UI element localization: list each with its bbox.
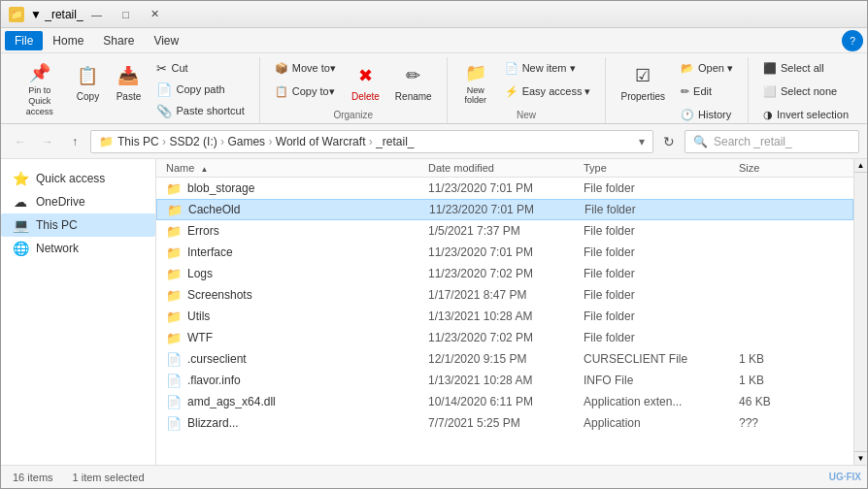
move-icon: 📦 xyxy=(275,62,288,75)
search-box[interactable]: 🔍 Search _retail_ xyxy=(684,130,859,153)
paste-icon: 📥 xyxy=(115,62,142,89)
table-row[interactable]: 📄amd_ags_x64.dll10/14/2020 6:11 PMApplic… xyxy=(156,391,853,412)
minimize-button[interactable]: — xyxy=(83,4,111,25)
copy-path-button[interactable]: 📄 Copy path xyxy=(150,79,250,100)
delete-icon: ✖ xyxy=(351,62,379,89)
dropdown-arrow-icon[interactable]: ▾ xyxy=(639,135,645,148)
title-bar-icon: 📁 xyxy=(9,7,24,22)
file-type-cell: File folder xyxy=(584,331,739,344)
open-button[interactable]: 📂 Open ▾ xyxy=(674,57,740,79)
sidebar-item-network[interactable]: 🌐 Network xyxy=(1,237,155,260)
select-all-button[interactable]: ⬛ Select all xyxy=(756,57,855,79)
invert-icon: ◑ xyxy=(763,109,773,121)
title-bar: 📁 ▼ _retail_ — □ ✕ xyxy=(1,1,867,28)
title-bar-controls: — □ ✕ xyxy=(83,4,169,25)
new-folder-icon: 📁 xyxy=(462,62,489,83)
ribbon-group-select: ⬛ Select all ⬜ Select none ◑ Invert sele… xyxy=(749,57,863,123)
header-name[interactable]: Name ▲ xyxy=(156,162,428,174)
copy-to-icon: 📋 xyxy=(275,85,288,98)
file-date-cell: 11/23/2020 7:02 PM xyxy=(428,331,584,344)
table-row[interactable]: 📄.curseclient12/1/2020 9:15 PMCURSECLIEN… xyxy=(156,348,853,370)
sidebar-item-label: OneDrive xyxy=(36,195,85,209)
table-row[interactable]: 📁Interface11/23/2020 7:01 PMFile folder xyxy=(156,242,853,263)
easy-access-button[interactable]: ⚡ Easy access ▾ xyxy=(498,81,598,102)
address-bar: ← → ↑ 📁 This PC › SSD2 (I:) › Games › Wo… xyxy=(1,124,867,159)
folder-icon: 📁 xyxy=(166,245,182,260)
up-button[interactable]: ↑ xyxy=(63,130,86,153)
network-icon: 🌐 xyxy=(13,241,28,256)
file-name-cell: 📁CacheOld xyxy=(157,203,429,217)
copy-to-button[interactable]: 📋 Copy to▾ xyxy=(268,81,343,102)
move-to-button[interactable]: 📦 Move to▾ xyxy=(268,57,343,79)
scroll-up-button[interactable]: ▲ xyxy=(854,159,868,173)
header-date[interactable]: Date modified xyxy=(428,162,584,174)
folder-icon-path: 📁 xyxy=(99,135,114,148)
file-name-text: Errors xyxy=(187,224,219,238)
address-path[interactable]: 📁 This PC › SSD2 (I:) › Games › World of… xyxy=(90,130,653,153)
sidebar-item-onedrive[interactable]: ☁ OneDrive xyxy=(1,190,155,213)
file-date-cell: 12/1/2020 9:15 PM xyxy=(428,352,584,366)
table-row[interactable]: 📄Blizzard...7/7/2021 5:25 PMApplication?… xyxy=(156,412,853,434)
maximize-button[interactable]: □ xyxy=(113,4,140,25)
refresh-button[interactable]: ↻ xyxy=(657,130,681,153)
header-type[interactable]: Type xyxy=(584,162,739,174)
menu-item-file[interactable]: File xyxy=(5,31,43,50)
file-name-cell: 📁blob_storage xyxy=(156,181,428,196)
copy-path-icon: 📄 xyxy=(156,82,172,97)
file-name-cell: 📄.curseclient xyxy=(156,352,428,367)
copy-icon: 📋 xyxy=(74,62,101,89)
new-folder-button[interactable]: 📁 New folder xyxy=(455,57,496,108)
cut-button[interactable]: ✂ Cut xyxy=(150,57,250,79)
invert-selection-button[interactable]: ◑ Invert selection xyxy=(756,104,855,125)
table-row[interactable]: 📁WTF11/23/2020 7:02 PMFile folder xyxy=(156,327,853,348)
sidebar-item-quickaccess[interactable]: ⭐ Quick access xyxy=(1,167,155,190)
file-date-cell: 11/23/2020 7:01 PM xyxy=(428,181,584,195)
select-none-button[interactable]: ⬜ Select none xyxy=(756,81,855,102)
file-type-cell: Application exten... xyxy=(584,395,739,408)
new-item-button[interactable]: 📄 New item ▾ xyxy=(498,57,598,79)
file-date-cell: 7/7/2021 5:25 PM xyxy=(428,416,584,430)
copy-button[interactable]: 📋 Copy xyxy=(68,57,107,108)
rename-button[interactable]: ✏ Rename xyxy=(388,57,439,108)
menu-item-view[interactable]: View xyxy=(144,31,188,50)
file-name-text: Screenshots xyxy=(187,288,252,302)
help-button[interactable]: ? xyxy=(842,30,863,51)
folder-icon: 📁 xyxy=(166,331,182,345)
select-all-icon: ⬛ xyxy=(763,62,777,75)
back-button[interactable]: ← xyxy=(9,130,32,153)
table-row[interactable]: 📁blob_storage11/23/2020 7:01 PMFile fold… xyxy=(156,178,853,199)
close-button[interactable]: ✕ xyxy=(142,4,169,25)
delete-button[interactable]: ✖ Delete xyxy=(345,57,386,108)
paste-button[interactable]: 📥 Paste xyxy=(109,57,148,108)
scrollbar[interactable]: ▲ ▼ xyxy=(853,159,867,465)
scroll-down-button[interactable]: ▼ xyxy=(854,451,868,465)
table-row[interactable]: 📁CacheOld11/23/2020 7:01 PMFile folder xyxy=(156,199,853,220)
table-row[interactable]: 📁Logs11/23/2020 7:02 PMFile folder xyxy=(156,263,853,284)
file-icon: 📄 xyxy=(166,352,182,367)
table-row[interactable]: 📁Screenshots1/17/2021 8:47 PMFile folder xyxy=(156,284,853,306)
menu-item-share[interactable]: Share xyxy=(93,31,144,50)
paste-shortcut-button[interactable]: 📎 Paste shortcut xyxy=(150,100,250,121)
table-row[interactable]: 📁Utils1/13/2021 10:28 AMFile folder xyxy=(156,306,853,327)
history-button[interactable]: 🕐 History xyxy=(674,104,740,125)
rename-icon: ✏ xyxy=(400,62,427,89)
folder-icon: 📁 xyxy=(166,267,182,281)
sidebar-item-thispc[interactable]: 💻 This PC xyxy=(1,213,155,237)
file-type-cell: File folder xyxy=(584,181,739,195)
table-row[interactable]: 📄.flavor.info1/13/2021 10:28 AMINFO File… xyxy=(156,370,853,391)
pin-icon: 📌 xyxy=(26,62,53,83)
file-name-cell: 📄Blizzard... xyxy=(156,416,428,431)
folder-icon: 📁 xyxy=(166,310,182,324)
edit-button[interactable]: ✏ Edit xyxy=(674,81,740,102)
sort-icon: ▲ xyxy=(200,165,208,174)
file-name-text: Utils xyxy=(187,310,210,323)
table-row[interactable]: 📁Errors1/5/2021 7:37 PMFile folder xyxy=(156,220,853,242)
header-size[interactable]: Size xyxy=(739,162,817,174)
folder-icon: 📁 xyxy=(167,203,183,217)
properties-button[interactable]: ☑ Properties xyxy=(614,57,672,108)
forward-button[interactable]: → xyxy=(36,130,59,153)
pin-to-quick-access-button[interactable]: 📌 Pin to Quick access xyxy=(13,57,66,108)
menu-item-home[interactable]: Home xyxy=(43,31,93,50)
file-type-cell: File folder xyxy=(584,288,739,302)
file-date-cell: 1/17/2021 8:47 PM xyxy=(428,288,584,302)
